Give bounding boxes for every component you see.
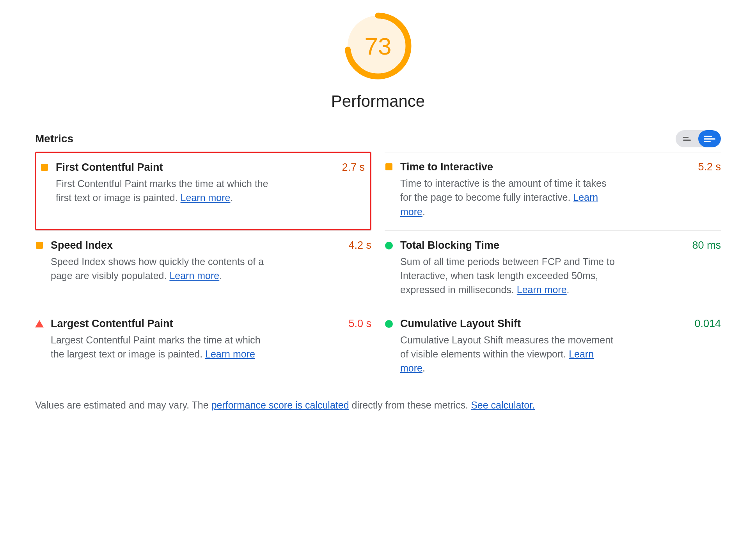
score-gauge: 73 <box>343 11 413 81</box>
footnote-link-calculator[interactable]: See calculator. <box>471 400 535 410</box>
metric-title: First Contentful Paint <box>56 161 163 173</box>
metric-card: First Contentful Paint2.7 sFirst Content… <box>35 152 371 230</box>
metric-title: Cumulative Layout Shift <box>400 318 521 330</box>
learn-more-link[interactable]: Learn more <box>517 284 567 295</box>
metric-title: Speed Index <box>51 239 113 251</box>
metric-value: 5.2 s <box>698 161 721 173</box>
learn-more-link[interactable]: Learn more <box>205 348 255 359</box>
description-toggle[interactable] <box>676 130 721 147</box>
metric-value: 4.2 s <box>348 239 371 251</box>
status-poor-icon <box>35 318 44 375</box>
metric-value: 5.0 s <box>348 318 371 330</box>
status-average-icon <box>385 161 393 219</box>
status-good-icon <box>385 239 393 297</box>
footnote: Values are estimated and may vary. The p… <box>35 387 721 411</box>
learn-more-link[interactable]: Learn more <box>169 270 219 281</box>
metric-value: 2.7 s <box>342 161 365 173</box>
metrics-heading: Metrics <box>35 133 73 145</box>
score-value: 73 <box>343 11 413 81</box>
metric-description: Largest Contentful Paint marks the time … <box>51 333 269 361</box>
status-average-icon <box>35 239 44 297</box>
footnote-link-calculated[interactable]: performance score is calculated <box>211 400 349 410</box>
toggle-collapsed[interactable] <box>676 130 698 147</box>
metric-description: Speed Index shows how quickly the conten… <box>51 255 269 283</box>
learn-more-link[interactable]: Learn more <box>181 192 231 203</box>
metric-title: Largest Contentful Paint <box>51 318 173 330</box>
metric-card: Total Blocking Time80 msSum of all time … <box>385 230 721 309</box>
metric-card: Largest Contentful Paint5.0 sLargest Con… <box>35 309 371 387</box>
metric-card: Cumulative Layout Shift0.014Cumulative L… <box>385 309 721 387</box>
metric-card: Speed Index4.2 sSpeed Index shows how qu… <box>35 230 371 309</box>
gauge-title: Performance <box>331 92 425 111</box>
metric-value: 0.014 <box>694 318 721 330</box>
metric-description: Cumulative Layout Shift measures the mov… <box>400 333 619 375</box>
metric-title: Total Blocking Time <box>400 239 499 251</box>
metric-description: Time to interactive is the amount of tim… <box>400 176 619 219</box>
metric-title: Time to Interactive <box>400 161 493 173</box>
status-average-icon <box>40 161 49 218</box>
metric-description: Sum of all time periods between FCP and … <box>400 255 619 297</box>
metric-value: 80 ms <box>692 239 721 251</box>
toggle-expanded[interactable] <box>698 130 721 147</box>
performance-gauge: 73 Performance <box>35 11 721 111</box>
metric-card: Time to Interactive5.2 sTime to interact… <box>385 152 721 230</box>
status-good-icon <box>385 318 393 375</box>
metric-description: First Contentful Paint marks the time at… <box>56 177 274 205</box>
